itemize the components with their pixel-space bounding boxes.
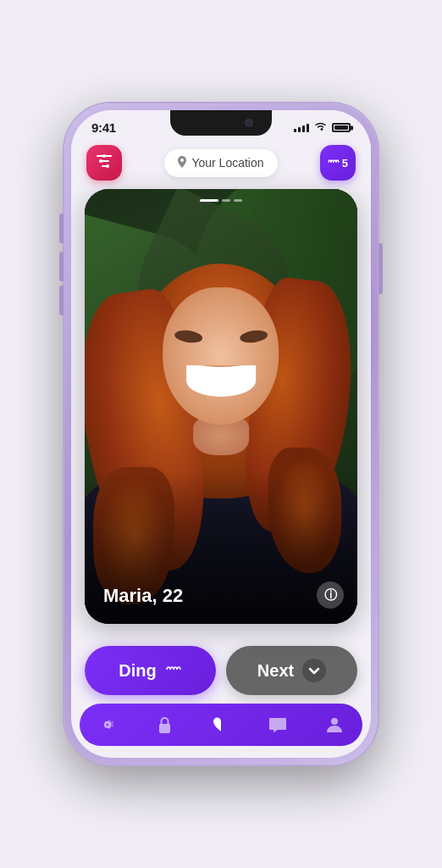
svg-point-8 [331, 718, 338, 725]
heart-icon [212, 716, 230, 733]
filter-icon [97, 154, 112, 171]
svg-rect-7 [159, 724, 170, 733]
notch [170, 110, 272, 136]
location-button[interactable]: Your Location [164, 149, 277, 177]
front-camera [245, 119, 253, 127]
nav-item-lock[interactable] [147, 712, 181, 737]
status-time: 9:41 [91, 120, 116, 135]
lock-icon [157, 716, 172, 733]
notifications-button[interactable]: 5 [320, 145, 356, 181]
next-button[interactable]: Next [226, 646, 357, 695]
ding-button[interactable]: Ding [85, 646, 216, 695]
next-chevron-icon [302, 659, 326, 682]
notification-wave-icon [328, 157, 340, 170]
nav-item-messages[interactable] [261, 712, 295, 737]
info-button[interactable]: ⓘ [317, 581, 344, 609]
phone-screen: 9:41 [71, 110, 371, 758]
svg-point-3 [102, 154, 106, 158]
svg-point-5 [106, 164, 109, 168]
signal-icon [294, 124, 309, 132]
photo-dot-2 [222, 199, 230, 202]
top-navigation: Your Location 5 [71, 138, 371, 189]
messages-icon [268, 716, 287, 733]
photo-dot-3 [234, 199, 242, 202]
svg-point-6 [180, 159, 184, 162]
battery-icon [332, 123, 351, 132]
svg-point-4 [99, 159, 102, 163]
photo-indicators [200, 199, 242, 202]
ding-wave-icon [165, 662, 182, 679]
profile-card[interactable]: Maria, 22 ⓘ [85, 189, 357, 624]
wifi-icon [314, 122, 327, 134]
photo-dot-1 [200, 199, 218, 202]
notification-count: 5 [342, 157, 348, 170]
next-label: Next [257, 661, 294, 681]
profile-name: Maria, 22 [103, 585, 183, 607]
location-text: Your Location [191, 156, 263, 170]
nav-item-settings[interactable] [91, 712, 124, 737]
settings-icon [99, 716, 116, 733]
ding-label: Ding [119, 661, 156, 681]
bottom-navigation [80, 704, 362, 746]
profile-icon [326, 715, 343, 734]
status-icons [294, 122, 351, 134]
filter-button[interactable] [86, 145, 122, 181]
nav-item-heart[interactable] [204, 712, 238, 737]
phone-frame: 9:41 [64, 103, 378, 765]
nav-item-profile[interactable] [318, 712, 351, 737]
action-buttons-row: Ding Next [71, 634, 371, 704]
location-pin-icon [178, 156, 186, 170]
card-area: Maria, 22 ⓘ [71, 189, 371, 634]
info-icon: ⓘ [324, 587, 337, 604]
